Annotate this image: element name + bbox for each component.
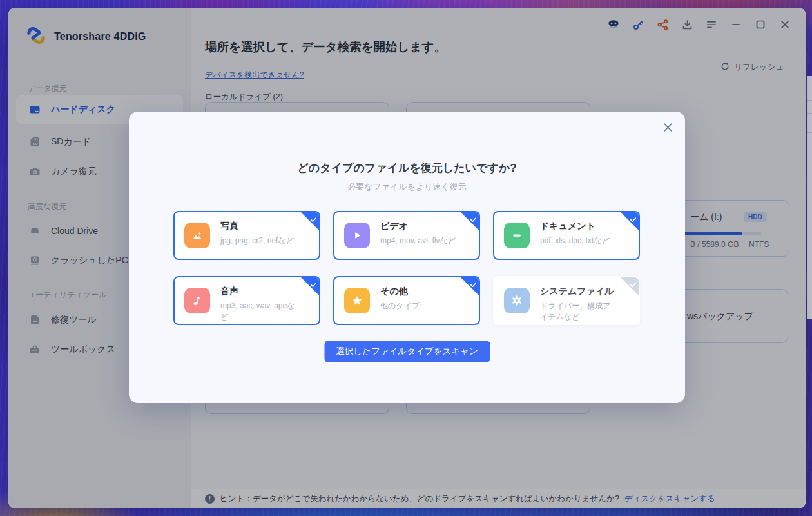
file-type-desc: mp4, mov, avi, flvなど: [380, 235, 457, 246]
file-type-name: 写真: [220, 221, 238, 232]
file-type-desc: ドライバー、構成アイテムなど: [540, 301, 617, 323]
file-type-name: システムファイル: [540, 286, 614, 297]
check-icon: [310, 279, 317, 291]
file-type-grid: 写真 jpg, png, cr2, nefなど ビデオ mp4, mov, av…: [173, 211, 640, 325]
star-icon: [344, 288, 370, 313]
file-type-card-other[interactable]: その他 他のタイプ: [333, 276, 480, 325]
file-type-card-document[interactable]: ドキュメント pdf, xls, doc, txtなど: [493, 211, 640, 260]
modal-subtitle: 必要なファイルをより速く復元: [129, 181, 685, 193]
check-icon: [310, 214, 317, 226]
scan-selected-types-button[interactable]: 選択したファイルタイプをスキャン: [324, 341, 490, 362]
file-type-name: その他: [380, 286, 408, 297]
background-window-edge: [807, 76, 812, 319]
file-type-desc: jpg, png, cr2, nefなど: [220, 235, 297, 246]
video-icon: [344, 223, 370, 248]
check-icon: [630, 214, 637, 226]
check-icon: [470, 214, 477, 226]
modal-title: どのタイプのファイルを復元したいですか?: [129, 112, 685, 175]
file-type-desc: 他のタイプ: [380, 301, 457, 312]
gear-icon: [504, 288, 530, 313]
photo-icon: [184, 223, 210, 248]
file-type-card-audio[interactable]: 音声 mp3, aac, wav, apeなど: [173, 276, 320, 325]
file-type-desc: pdf, xls, doc, txtなど: [540, 235, 617, 246]
app-window: Tenorshare 4DDiG データ復元 ハードディスク SD SDカード …: [8, 8, 806, 508]
file-type-card-photo[interactable]: 写真 jpg, png, cr2, nefなど: [173, 211, 320, 260]
file-type-name: ビデオ: [380, 221, 408, 232]
file-type-card-video[interactable]: ビデオ mp4, mov, avi, flvなど: [333, 211, 480, 260]
check-icon: [630, 279, 637, 291]
file-type-name: 音声: [220, 286, 238, 297]
check-icon: [470, 279, 477, 291]
file-type-modal: どのタイプのファイルを復元したいですか? 必要なファイルをより速く復元 写真 j…: [129, 112, 685, 403]
file-type-name: ドキュメント: [540, 221, 595, 232]
file-type-desc: mp3, aac, wav, apeなど: [220, 301, 297, 323]
file-type-card-system: システムファイル ドライバー、構成アイテムなど: [493, 276, 640, 325]
music-icon: [184, 288, 210, 313]
document-icon: [504, 223, 530, 248]
modal-close-icon[interactable]: [661, 120, 675, 134]
